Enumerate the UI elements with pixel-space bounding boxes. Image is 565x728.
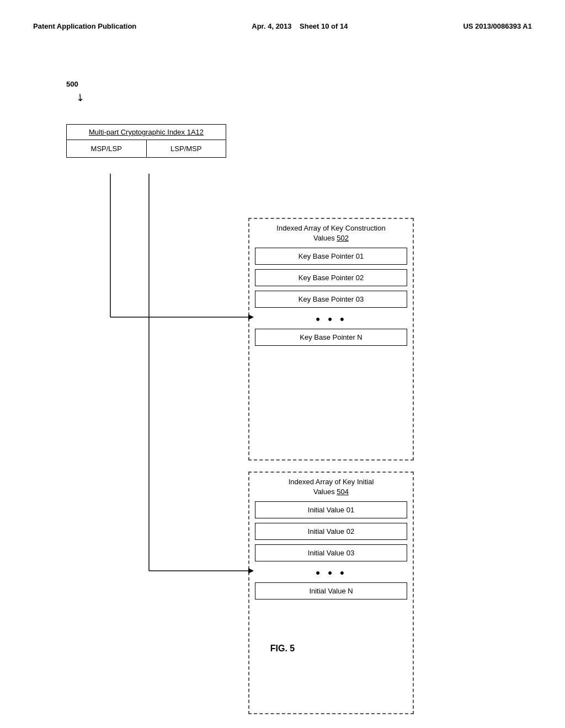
figure-caption: FIG. 5 [270, 644, 295, 654]
header-date-sheet: Apr. 4, 2013 Sheet 10 of 14 [252, 22, 348, 30]
dashed-box-key-construction: Indexed Array of Key ConstructionValues … [248, 218, 414, 461]
crypto-cell-lsp-msp: LSP/MSP [147, 140, 226, 157]
initial-value-02: Initial Value 02 [255, 523, 407, 540]
initial-value-03: Initial Value 03 [255, 544, 407, 561]
key-base-pointer-01: Key Base Pointer 01 [255, 248, 407, 265]
initial-value-n: Initial Value N [255, 582, 407, 599]
diagram-area: 500 ↘ Multi-part Cryptographic Index 1A1… [33, 63, 532, 670]
dashed-box-key-initial: Indexed Array of Key InitialValues 504 I… [248, 472, 414, 714]
key-base-pointer-03: Key Base Pointer 03 [255, 291, 407, 308]
ellipsis-2: • • • [249, 566, 413, 580]
figure-500-label: 500 [66, 80, 78, 88]
header-patent-number: US 2013/0086393 A1 [463, 22, 532, 30]
initial-value-01: Initial Value 01 [255, 501, 407, 518]
page: Patent Application Publication Apr. 4, 2… [0, 0, 565, 728]
page-header: Patent Application Publication Apr. 4, 2… [33, 22, 532, 30]
crypto-index-box: Multi-part Cryptographic Index 1A12 MSP/… [66, 124, 226, 158]
key-base-pointer-02: Key Base Pointer 02 [255, 269, 407, 286]
header-date: Apr. 4, 2013 [252, 22, 291, 30]
arrow-500: ↘ [73, 90, 88, 104]
ellipsis-1: • • • [249, 312, 413, 326]
header-publisher: Patent Application Publication [33, 22, 136, 30]
key-base-pointer-n: Key Base Pointer N [255, 329, 407, 346]
crypto-index-cells: MSP/LSP LSP/MSP [67, 140, 226, 157]
key-construction-title: Indexed Array of Key ConstructionValues … [249, 219, 413, 248]
header-sheet: Sheet 10 of 14 [300, 22, 348, 30]
crypto-cell-msp-lsp: MSP/LSP [67, 140, 147, 157]
crypto-index-title: Multi-part Cryptographic Index 1A12 [67, 125, 226, 140]
key-initial-title: Indexed Array of Key InitialValues 504 [249, 473, 413, 501]
